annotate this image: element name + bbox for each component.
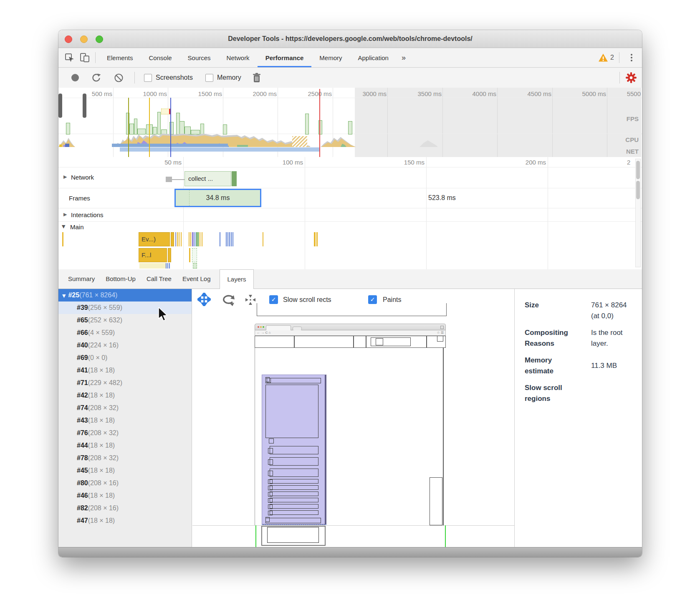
- interactions-row-label[interactable]: Interactions: [71, 211, 104, 218]
- detail-row-size: Size 761 × 8264 (at 0,0): [525, 300, 639, 321]
- layer-size: (208 × 32): [88, 454, 119, 461]
- layer-tree-item[interactable]: #65(252 × 632): [58, 314, 192, 327]
- layer-tree-item[interactable]: #46(18 × 18): [58, 489, 192, 502]
- tab-call-tree[interactable]: Call Tree: [141, 269, 177, 289]
- screenshots-checkbox[interactable]: [144, 74, 152, 82]
- tab-application[interactable]: Application: [350, 48, 397, 67]
- tab-event-log[interactable]: Event Log: [177, 269, 216, 289]
- layer-tree-item[interactable]: #80(208 × 16): [58, 477, 192, 489]
- layer-tree-item[interactable]: #41(18 × 18): [58, 364, 192, 377]
- tab-memory[interactable]: Memory: [311, 48, 350, 67]
- layer-content-box: [270, 504, 318, 509]
- flame-scrollbar-thumb[interactable]: [636, 161, 640, 179]
- frame-selected[interactable]: 34.8 ms: [174, 189, 261, 207]
- console-warnings-badge[interactable]: 2: [598, 53, 618, 62]
- layer-tree-item[interactable]: #71(229 × 482): [58, 377, 192, 389]
- scrollbar-layer-outline: [430, 477, 442, 525]
- flame-scrollbar-thumb[interactable]: [636, 181, 640, 199]
- main-event-bar[interactable]: Ev...): [139, 232, 170, 246]
- tab-bottom-up[interactable]: Bottom-Up: [100, 269, 141, 289]
- paints-checkbox[interactable]: ✓: [368, 295, 377, 304]
- tab-sources[interactable]: Sources: [180, 48, 219, 67]
- screenshots-label[interactable]: Screenshots: [156, 74, 193, 81]
- layer-content-box: [268, 511, 273, 515]
- expander-icon[interactable]: ▼: [62, 224, 65, 229]
- layer-tree-item[interactable]: #43(18 × 18): [58, 414, 192, 427]
- layer-tree-item[interactable]: #69(0 × 0): [58, 352, 192, 364]
- layer-id: #46: [77, 492, 88, 499]
- tab-layers[interactable]: Layers: [220, 269, 253, 289]
- tab-performance[interactable]: Performance: [258, 48, 312, 67]
- slow-scroll-rects-label[interactable]: Slow scroll rects: [283, 296, 331, 304]
- layer-id: #47: [77, 517, 88, 524]
- clear-icon[interactable]: [114, 73, 124, 83]
- main-row-label[interactable]: Main: [70, 223, 84, 231]
- paints-label[interactable]: Paints: [383, 296, 401, 304]
- layer-tree-item[interactable]: #76(208 × 32): [58, 427, 192, 439]
- record-button[interactable]: [71, 74, 79, 81]
- composited-layer-rect[interactable]: [262, 375, 326, 525]
- network-request-bar[interactable]: collect ...: [184, 171, 231, 186]
- below-fold-inner-outline: [267, 527, 319, 543]
- title-bar[interactable]: Developer Tools - https://developers.goo…: [58, 30, 642, 48]
- layer-tree-item[interactable]: #39(256 × 559): [58, 302, 192, 314]
- layer-content-box: [265, 378, 321, 383]
- expander-icon[interactable]: ▼: [62, 293, 66, 299]
- page-header-outline: [255, 336, 446, 348]
- layer-tree-item[interactable]: #42(18 × 18): [58, 389, 192, 402]
- expander-icon[interactable]: ▶: [63, 174, 67, 180]
- tab-summary[interactable]: Summary: [63, 269, 100, 289]
- main-event-bar-small[interactable]: [171, 232, 174, 246]
- layer-tree-item[interactable]: #40(224 × 16): [58, 339, 192, 352]
- green-guide-line: [255, 525, 256, 547]
- layer-tree[interactable]: ▼#25(761 × 8264) #39(256 × 559) #65(252 …: [58, 289, 192, 547]
- layer-tree-item[interactable]: #45(18 × 18): [58, 464, 192, 477]
- layer-visualization[interactable]: ✓ Slow scroll rects ✓ Paints ← → C ⌂☆ ☰: [192, 289, 514, 547]
- memory-checkbox[interactable]: [205, 74, 213, 82]
- event-marker-line: [149, 98, 150, 157]
- settings-gear-icon[interactable]: [625, 72, 637, 84]
- pan-mode-icon[interactable]: [197, 293, 211, 306]
- selection-handle-right[interactable]: [83, 94, 86, 118]
- layer-content-box: [268, 471, 273, 476]
- network-row-label[interactable]: Network: [71, 174, 94, 181]
- layer-id: #40: [77, 342, 88, 349]
- flame-scrollbar-track[interactable]: [635, 159, 641, 267]
- detail-value: 11.3 MB: [591, 355, 633, 376]
- frames-row-label[interactable]: Frames: [69, 195, 90, 202]
- layer-id: #82: [77, 504, 88, 512]
- inspect-element-icon[interactable]: [64, 52, 75, 63]
- main-activity-tick: [179, 232, 179, 246]
- tab-elements[interactable]: Elements: [99, 48, 141, 67]
- main-activity-tick: [62, 232, 63, 246]
- mini-nav-glyphs: ← → C ⌂: [257, 330, 270, 335]
- memory-label[interactable]: Memory: [217, 74, 241, 81]
- tab-console[interactable]: Console: [141, 48, 180, 67]
- expander-icon[interactable]: ▶: [63, 212, 67, 217]
- rotate-mode-icon[interactable]: [222, 294, 235, 306]
- layer-tree-item[interactable]: #66(4 × 559): [58, 327, 192, 339]
- layer-content-box: [270, 492, 318, 496]
- more-tabs-icon[interactable]: »: [397, 53, 411, 62]
- reset-view-icon[interactable]: [245, 294, 256, 305]
- layer-details-pane: Size 761 × 8264 (at 0,0) Compositing Rea…: [514, 289, 642, 547]
- flame-chart[interactable]: 50 ms 100 ms 150 ms 200 ms 2 ▶ Network c…: [58, 157, 642, 269]
- layer-tree-item[interactable]: #44(18 × 18): [58, 439, 192, 452]
- reload-icon[interactable]: [91, 73, 101, 83]
- selection-handle-left[interactable]: [58, 94, 62, 118]
- main-event-bar-small[interactable]: [168, 248, 171, 262]
- slow-scroll-rects-checkbox[interactable]: ✓: [269, 295, 278, 304]
- layer-tree-item[interactable]: #47(18 × 18): [58, 514, 192, 527]
- layer-tree-item[interactable]: #74(208 × 32): [58, 402, 192, 414]
- device-toolbar-icon[interactable]: [79, 52, 90, 63]
- kebab-menu-icon[interactable]: [626, 52, 637, 63]
- event-marker-line: [319, 89, 320, 157]
- layer-tree-item[interactable]: #82(208 × 16): [58, 502, 192, 514]
- layer-tree-item[interactable]: ▼#25(761 × 8264): [58, 289, 192, 302]
- timeline-overview[interactable]: 500 ms 1000 ms 1500 ms 2000 ms 2500 ms 3…: [58, 88, 642, 157]
- trash-icon[interactable]: [252, 73, 261, 83]
- main-function-bar[interactable]: F...l: [139, 248, 167, 262]
- layer-id: #43: [77, 417, 88, 424]
- layer-tree-item[interactable]: #78(208 × 32): [58, 452, 192, 464]
- tab-network[interactable]: Network: [219, 48, 258, 67]
